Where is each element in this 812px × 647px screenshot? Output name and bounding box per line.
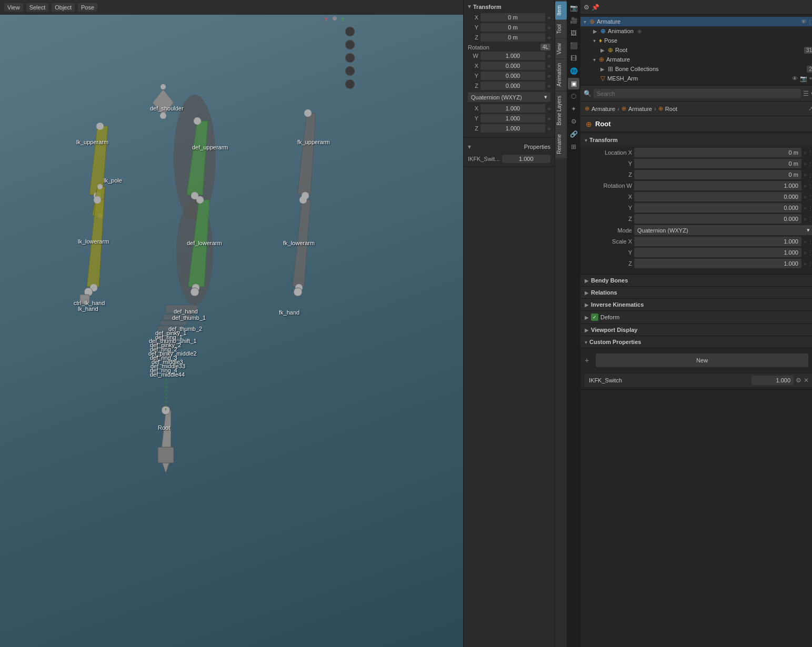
bone-rot-w-extra[interactable]: ⋮ xyxy=(808,183,812,189)
rot-x-value[interactable]: 0.000 xyxy=(480,62,545,70)
ikfk-value[interactable]: 1.000 xyxy=(502,155,550,163)
loc-x-anim-icon[interactable]: ○ xyxy=(547,15,550,21)
mesh-edit-icon[interactable]: ✏ xyxy=(809,75,812,82)
scale-x-value[interactable]: 1.000 xyxy=(480,104,545,113)
filter-icon[interactable]: ☰ xyxy=(803,90,809,97)
search-input[interactable] xyxy=(594,89,801,98)
new-button[interactable]: New xyxy=(596,353,808,367)
breadcrumb-armature1[interactable]: Armature xyxy=(592,106,615,112)
deform-row[interactable]: ▶ ✓ Deform xyxy=(580,311,812,324)
breadcrumb-armature2[interactable]: Armature xyxy=(628,106,652,112)
bone-rot-y-extra[interactable]: ⋮ xyxy=(808,205,812,211)
loc-y-anim-icon[interactable]: ○ xyxy=(547,25,550,31)
bone-rot-x-extra[interactable]: ⋮ xyxy=(808,194,812,200)
bone-rot-w-value[interactable]: 1.000 xyxy=(634,181,801,190)
bone-loc-y-value[interactable]: 0 m xyxy=(634,159,801,168)
bendy-bones-header[interactable]: ▶ Bendy Bones xyxy=(580,275,812,286)
tab-tool[interactable]: Tool xyxy=(555,20,567,38)
strip-icon-viewlayer[interactable]: ⬛ xyxy=(568,40,579,52)
bone-scale-x-value[interactable]: 1.000 xyxy=(634,237,801,246)
strip-icon-constraints[interactable]: 🔗 xyxy=(568,128,579,140)
bone-rot-y-anim[interactable]: ○ xyxy=(804,205,807,211)
loc-y-value[interactable]: 0 m xyxy=(480,23,545,32)
rot-y-anim-icon[interactable]: ○ xyxy=(547,73,550,79)
scale-y-value[interactable]: 1.000 xyxy=(480,114,545,123)
breadcrumb-root[interactable]: Root xyxy=(665,106,677,112)
relations-header[interactable]: ▶ Relations xyxy=(580,287,812,298)
properties-header[interactable]: ▾ Properties xyxy=(468,141,550,153)
props-filter-icon[interactable]: ⚙ xyxy=(584,4,589,11)
bone-loc-z-value[interactable]: 0 m xyxy=(634,170,801,179)
bone-rot-w-anim[interactable]: ○ xyxy=(804,183,807,189)
strip-icon-object[interactable]: ▣ xyxy=(568,78,579,89)
bone-scale-z-value[interactable]: 1.000 xyxy=(634,259,801,268)
strip-icon-render[interactable]: 🎥 xyxy=(568,15,579,26)
tab-item[interactable]: Item xyxy=(555,1,567,19)
scale-y-anim-icon[interactable]: ○ xyxy=(547,116,550,122)
bone-loc-x-value[interactable]: 0 m xyxy=(634,148,801,157)
bone-scale-z-anim[interactable]: ○ xyxy=(804,261,807,267)
loc-z-anim-icon[interactable]: ○ xyxy=(547,35,550,41)
view-menu[interactable]: View xyxy=(4,3,23,12)
tree-item-bone-collections[interactable]: ▶ ⊞ Bone Collections 2 xyxy=(580,64,812,74)
rot-y-value[interactable]: 0.000 xyxy=(480,72,545,80)
strip-icon-mesh[interactable]: ⬡ xyxy=(568,90,579,102)
tree-item-pose[interactable]: ▾ ♦ Pose xyxy=(580,36,812,45)
mesh-render-icon[interactable]: 📷 xyxy=(800,75,807,82)
rotation-mode-select[interactable]: Quaternion (WXYZ) ▾ xyxy=(468,92,550,102)
strip-icon-scene[interactable]: 📷 xyxy=(568,2,579,14)
bone-loc-x-extra[interactable]: ⋮ xyxy=(808,150,812,156)
tree-item-root[interactable]: ▶ ⊕ Root 31 xyxy=(580,45,812,55)
rot-x-anim-icon[interactable]: ○ xyxy=(547,63,550,69)
bone-scale-x-extra[interactable]: ⋮ xyxy=(808,239,812,245)
bone-scale-y-anim[interactable]: ○ xyxy=(804,250,807,256)
custom-props-header[interactable]: ▾ Custom Properties xyxy=(580,336,812,348)
bone-mode-select[interactable]: Quaternion (WXYZ) ▾ xyxy=(634,225,812,235)
tab-rename[interactable]: Rename xyxy=(555,130,567,158)
bone-loc-y-anim[interactable]: ○ xyxy=(804,161,807,167)
bone-loc-z-anim[interactable]: ○ xyxy=(804,172,807,178)
tree-item-armature-sub[interactable]: ▾ ⊕ Armature xyxy=(580,55,812,64)
pose-menu[interactable]: Pose xyxy=(78,3,97,12)
select-menu[interactable]: Select xyxy=(26,3,49,12)
eye-icon[interactable]: 👁 xyxy=(801,18,807,25)
deform-checkbox[interactable]: ✓ xyxy=(591,314,598,321)
scale-z-value[interactable]: 1.000 xyxy=(480,124,545,133)
bone-scale-x-anim[interactable]: ○ xyxy=(804,239,807,245)
viewport[interactable]: View Select Object Pose xyxy=(0,0,463,647)
tree-item-armature[interactable]: ▾ ⊕ Armature 👁 ⬚ xyxy=(580,17,812,26)
tree-item-animation[interactable]: ▶ ⊕ Animation ⊕ xyxy=(580,26,812,36)
hide-icon[interactable]: ⬚ xyxy=(809,18,812,25)
object-menu[interactable]: Object xyxy=(52,3,75,12)
rot-z-anim-icon[interactable]: ○ xyxy=(547,83,550,89)
breadcrumb-expand-icon[interactable]: ↗ xyxy=(808,105,812,112)
bone-rot-x-value[interactable]: 0.000 xyxy=(634,192,801,201)
bone-loc-x-anim[interactable]: ○ xyxy=(804,150,807,156)
bone-rot-x-anim[interactable]: ○ xyxy=(804,194,807,200)
rot-z-value[interactable]: 0.000 xyxy=(480,82,545,90)
bone-rot-y-value[interactable]: 0.000 xyxy=(634,203,801,213)
strip-icon-output[interactable]: 🖼 xyxy=(568,27,579,39)
ikfk-remove-icon[interactable]: ✕ xyxy=(804,377,809,384)
rot-w-anim-icon[interactable]: ○ xyxy=(547,53,550,59)
ikfk-prop-value[interactable]: 1.000 xyxy=(751,376,794,385)
bone-loc-y-extra[interactable]: ⋮ xyxy=(808,161,812,167)
bone-rot-z-value[interactable]: 0.000 xyxy=(634,214,801,224)
rot-w-value[interactable]: 1.000 xyxy=(480,52,545,60)
bone-scale-z-extra[interactable]: ⋮ xyxy=(808,261,812,267)
bone-scale-y-value[interactable]: 1.000 xyxy=(634,248,801,257)
mesh-eye-icon[interactable]: 👁 xyxy=(792,75,798,82)
bone-scale-y-extra[interactable]: ⋮ xyxy=(808,250,812,256)
strip-icon-scene2[interactable]: 🎞 xyxy=(568,53,579,64)
strip-icon-physics[interactable]: ⚙ xyxy=(568,116,579,127)
scale-z-anim-icon[interactable]: ○ xyxy=(547,126,550,132)
tab-bone-layers[interactable]: Bone Layers xyxy=(555,92,567,129)
ikfk-settings-icon[interactable]: ⚙ xyxy=(796,377,801,384)
bone-transform-header[interactable]: ▾ Transform xyxy=(580,134,812,146)
loc-x-value[interactable]: 0 m xyxy=(480,13,545,22)
tree-item-mesh-arm[interactable]: ▽ MESH_Arm 👁 📷 ✏ xyxy=(580,74,812,83)
viewport-display-header[interactable]: ▶ Viewport Display xyxy=(580,324,812,336)
bone-rot-z-extra[interactable]: ⋮ xyxy=(808,216,812,222)
loc-z-value[interactable]: 0 m xyxy=(480,33,545,42)
strip-icon-particles[interactable]: ✦ xyxy=(568,103,579,115)
